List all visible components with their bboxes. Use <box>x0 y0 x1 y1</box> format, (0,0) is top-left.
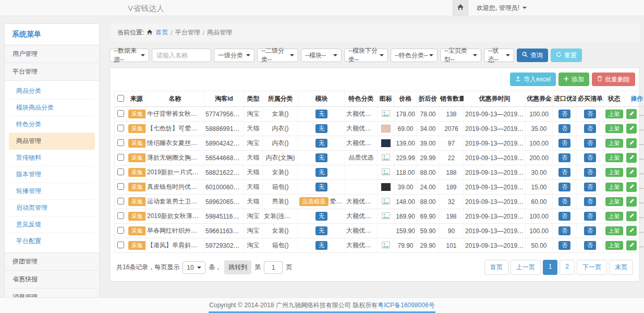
delete-button[interactable] <box>639 153 644 163</box>
sidebar-item-feedback[interactable]: 意见反馈 <box>9 216 95 233</box>
import-excel-button[interactable]: 导入excel <box>510 73 556 86</box>
must-buy-badge[interactable]: 否 <box>584 110 596 118</box>
user-menu[interactable]: 欢迎您, 管理员! <box>477 4 527 13</box>
status-badge[interactable]: 上架 <box>605 168 623 177</box>
select-all-checkbox[interactable] <box>117 95 124 102</box>
home-button[interactable] <box>453 0 468 16</box>
page-2-button[interactable]: 2 <box>560 260 575 275</box>
import-select-badge[interactable]: 否 <box>558 241 570 250</box>
row-checkbox[interactable] <box>117 227 124 234</box>
must-buy-badge[interactable]: 否 <box>584 226 596 235</box>
filter-module-select[interactable]: --模块-- <box>301 49 342 62</box>
must-buy-badge[interactable]: 否 <box>584 241 596 250</box>
next-page-button[interactable]: 下一页 <box>577 260 607 275</box>
row-checkbox[interactable] <box>117 198 124 204</box>
filter-data-source-select[interactable]: --数据来源-- <box>110 49 149 62</box>
sidebar-item-module-goods-category[interactable]: 模块商品分类 <box>9 100 95 116</box>
filter-name-input[interactable] <box>152 49 211 62</box>
must-buy-badge[interactable]: 否 <box>584 183 596 191</box>
sidebar-item-splash-management[interactable]: 启动页管理 <box>9 200 95 216</box>
delete-button[interactable] <box>639 226 644 236</box>
sidebar-group-express-news[interactable]: 省惠快报 <box>5 271 99 288</box>
batch-delete-button[interactable]: 批量删除 <box>592 73 635 86</box>
edit-button[interactable] <box>626 240 637 250</box>
jump-button[interactable]: 跳转到 <box>224 260 251 274</box>
sidebar-group-users[interactable]: 用户管理 <box>5 45 99 63</box>
delete-button[interactable] <box>639 240 644 250</box>
edit-button[interactable] <box>626 226 637 236</box>
first-page-button[interactable]: 首页 <box>484 260 508 275</box>
filter-status-select[interactable]: --状态-- <box>484 49 514 62</box>
sidebar-group-groupbuy[interactable]: 拼团管理 <box>5 253 99 271</box>
row-checkbox[interactable] <box>117 242 124 248</box>
status-badge[interactable]: 上架 <box>605 212 623 221</box>
import-select-badge[interactable]: 否 <box>558 226 570 235</box>
sidebar-item-version-management[interactable]: 版本管理 <box>9 166 95 183</box>
delete-button[interactable] <box>639 138 644 148</box>
sidebar-item-feature-category[interactable]: 特色分类 <box>9 116 95 133</box>
edit-button[interactable] <box>626 124 637 134</box>
filter-item-type-select[interactable]: --宝贝类型-- <box>440 49 481 62</box>
delete-button[interactable] <box>639 182 644 192</box>
prev-page-button[interactable]: 上一页 <box>511 260 541 275</box>
filter-category1-select[interactable]: 一级分类 <box>214 49 254 62</box>
row-checkbox[interactable] <box>117 110 124 117</box>
status-badge[interactable]: 上架 <box>605 226 623 235</box>
filter-category2-select[interactable]: --二级分类-- <box>257 49 298 62</box>
status-badge[interactable]: 上架 <box>605 241 623 250</box>
filter-feature-select[interactable]: --特色分类-- <box>391 49 438 62</box>
icp-link[interactable]: 粤ICP备16098006号 <box>378 301 434 310</box>
edit-button[interactable] <box>626 182 637 192</box>
breadcrumb-home-link[interactable]: 首页 <box>155 28 168 37</box>
row-checkbox[interactable] <box>117 212 124 219</box>
edit-button[interactable] <box>626 153 637 163</box>
must-buy-badge[interactable]: 否 <box>584 153 596 162</box>
delete-button[interactable] <box>639 211 644 221</box>
status-badge[interactable]: 上架 <box>605 183 623 191</box>
must-buy-badge[interactable]: 否 <box>584 139 596 148</box>
sidebar-item-platform-config[interactable]: 平台配置 <box>9 233 95 249</box>
sidebar-group-platform[interactable]: 平台管理 <box>5 63 99 81</box>
import-select-badge[interactable]: 否 <box>558 139 570 148</box>
import-select-badge[interactable]: 否 <box>558 110 570 118</box>
import-select-badge[interactable]: 否 <box>558 212 570 221</box>
status-badge[interactable]: 上架 <box>605 124 623 133</box>
delete-button[interactable] <box>639 167 644 177</box>
edit-button[interactable] <box>626 109 637 119</box>
import-select-badge[interactable]: 否 <box>558 197 570 206</box>
reset-button[interactable]: 重置 <box>551 49 582 62</box>
edit-button[interactable] <box>626 167 637 177</box>
delete-button[interactable] <box>639 197 644 207</box>
sidebar-item-goods-category[interactable]: 商品分类 <box>9 83 95 100</box>
page-size-select[interactable]: 10 <box>183 261 205 274</box>
page-1-button[interactable]: 1 <box>543 260 558 275</box>
must-buy-badge[interactable]: 否 <box>584 212 596 221</box>
must-buy-badge[interactable]: 否 <box>584 168 596 177</box>
import-select-badge[interactable]: 否 <box>558 168 570 177</box>
row-checkbox[interactable] <box>117 154 124 161</box>
edit-button[interactable] <box>626 138 637 148</box>
status-badge[interactable]: 上架 <box>605 139 623 148</box>
must-buy-badge[interactable]: 否 <box>584 124 596 133</box>
sidebar-item-goods-management[interactable]: 商品管理 <box>9 133 95 150</box>
search-button[interactable]: 查询 <box>517 49 548 62</box>
row-checkbox[interactable] <box>117 125 124 131</box>
must-buy-badge[interactable]: 否 <box>584 197 596 206</box>
page-number-input[interactable] <box>264 261 283 274</box>
import-select-badge[interactable]: 否 <box>558 124 570 133</box>
delete-button[interactable] <box>639 109 644 119</box>
sidebar-item-carousel-management[interactable]: 轮播管理 <box>9 183 95 200</box>
status-badge[interactable]: 上架 <box>605 153 623 162</box>
row-checkbox[interactable] <box>117 183 124 190</box>
edit-button[interactable] <box>626 197 637 207</box>
last-page-button[interactable]: 末页 <box>609 260 633 275</box>
sidebar-item-promo-material[interactable]: 宣传物料 <box>9 150 95 166</box>
row-checkbox[interactable] <box>117 168 124 175</box>
filter-module-sub-select[interactable]: --模块下分类-- <box>344 49 388 62</box>
import-select-badge[interactable]: 否 <box>558 153 570 162</box>
status-badge[interactable]: 上架 <box>605 197 623 206</box>
add-button[interactable]: 添加 <box>558 73 589 86</box>
row-checkbox[interactable] <box>117 139 124 146</box>
edit-button[interactable] <box>626 211 637 221</box>
delete-button[interactable] <box>639 124 644 134</box>
